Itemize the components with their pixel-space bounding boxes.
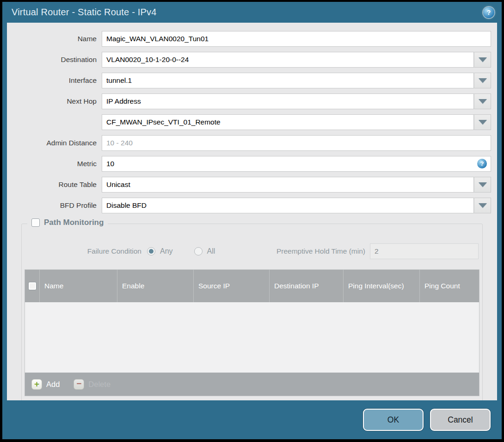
route-table-label: Route Table <box>13 181 102 189</box>
next-hop-address-dropdown-button[interactable] <box>474 114 491 130</box>
interface-row: Interface <box>13 73 491 88</box>
table-toolbar: + Add − Delete <box>25 373 479 396</box>
delete-button-label: Delete <box>88 380 111 389</box>
chevron-down-icon <box>479 78 487 83</box>
column-header-destination-ip: Destination IP <box>269 270 343 302</box>
dialog-content: Name Destination Interface <box>7 23 497 400</box>
route-table-dropdown-button[interactable] <box>474 177 491 193</box>
add-button[interactable]: + Add <box>31 379 60 390</box>
destination-label: Destination <box>13 56 102 64</box>
name-row: Name <box>13 31 491 47</box>
bfd-profile-field <box>102 198 491 213</box>
destination-input[interactable] <box>102 52 474 68</box>
column-header-ping-count: Ping Count <box>419 270 479 302</box>
next-hop-row: Next Hop <box>13 93 491 109</box>
table-body-empty <box>25 302 479 373</box>
bfd-profile-input[interactable] <box>102 198 474 213</box>
destination-dropdown-button[interactable] <box>474 52 491 68</box>
destination-row: Destination <box>13 52 491 68</box>
chevron-down-icon <box>479 99 487 104</box>
table-header-checkbox-cell <box>25 270 39 302</box>
path-monitoring-table: Name Enable Source IP Destination IP Pin… <box>25 269 479 396</box>
interface-label: Interface <box>13 76 102 85</box>
dialog-title: Virtual Router - Static Route - IPv4 <box>12 7 157 18</box>
add-button-label: Add <box>46 380 60 389</box>
metric-row: Metric ? <box>13 156 491 172</box>
chevron-down-icon <box>479 57 487 62</box>
failure-condition-label: Failure Condition <box>25 247 147 255</box>
bfd-profile-row: BFD Profile <box>13 198 491 213</box>
name-field <box>102 31 491 47</box>
delete-button[interactable]: − Delete <box>74 379 111 390</box>
cancel-button[interactable]: Cancel <box>430 409 491 431</box>
next-hop-field <box>102 93 491 109</box>
name-input[interactable] <box>102 31 491 47</box>
path-monitoring-checkbox[interactable] <box>31 218 40 227</box>
preemptive-hold-time-input[interactable] <box>370 243 479 259</box>
bfd-profile-label: BFD Profile <box>13 201 102 210</box>
path-monitoring-fieldset: Path Monitoring Failure Condition Any Al… <box>21 224 483 400</box>
screen-frame: Virtual Router - Static Route - IPv4 ? N… <box>0 0 504 442</box>
chevron-down-icon <box>479 120 487 125</box>
name-label: Name <box>13 35 102 43</box>
metric-field: ? <box>102 156 491 172</box>
dialog-titlebar: Virtual Router - Static Route - IPv4 ? <box>2 2 502 23</box>
minus-icon: − <box>74 379 84 390</box>
column-header-source-ip: Source IP <box>193 270 269 302</box>
table-header: Name Enable Source IP Destination IP Pin… <box>25 270 479 302</box>
admin-distance-input[interactable] <box>102 135 491 151</box>
select-all-checkbox[interactable] <box>28 282 37 290</box>
bfd-profile-dropdown-button[interactable] <box>474 198 491 213</box>
preemptive-hold-time-label: Preemptive Hold Time (min) <box>277 247 370 255</box>
radio-dot <box>149 249 154 254</box>
next-hop-type-input[interactable] <box>102 93 474 109</box>
column-header-name: Name <box>39 270 117 302</box>
next-hop-dropdown-button[interactable] <box>474 93 491 109</box>
interface-input[interactable] <box>102 73 474 88</box>
admin-distance-label: Admin Distance <box>13 139 102 147</box>
failure-condition-any-option: Any <box>147 247 173 255</box>
metric-input[interactable] <box>102 156 491 172</box>
plus-icon: + <box>31 379 42 390</box>
interface-field <box>102 73 491 88</box>
chevron-down-icon <box>479 182 487 187</box>
metric-help-icon[interactable]: ? <box>477 159 487 168</box>
ok-button[interactable]: OK <box>363 409 424 431</box>
admin-distance-field <box>102 135 491 151</box>
radio-any-label: Any <box>160 247 173 255</box>
admin-distance-row: Admin Distance <box>13 135 491 151</box>
path-monitoring-label: Path Monitoring <box>44 218 104 227</box>
help-icon[interactable]: ? <box>483 7 494 18</box>
radio-all-label: All <box>207 247 215 255</box>
radio-any[interactable] <box>147 247 155 255</box>
dialog-footer: OK Cancel <box>2 400 502 439</box>
next-hop-address-input[interactable] <box>102 114 474 130</box>
failure-condition-all-option: All <box>194 247 215 255</box>
chevron-down-icon <box>479 203 487 208</box>
route-table-row: Route Table <box>13 177 491 193</box>
next-hop-address-row <box>13 114 491 130</box>
interface-dropdown-button[interactable] <box>474 73 491 88</box>
destination-field <box>102 52 491 68</box>
route-table-field <box>102 177 491 193</box>
route-table-input[interactable] <box>102 177 474 193</box>
next-hop-label: Next Hop <box>13 97 102 106</box>
metric-label: Metric <box>13 160 102 168</box>
column-header-ping-interval: Ping Interval(sec) <box>343 270 419 302</box>
path-monitoring-legend: Path Monitoring <box>27 218 108 227</box>
column-header-enable: Enable <box>117 270 193 302</box>
path-monitoring-controls: Failure Condition Any All Preemptive Hol… <box>25 243 479 259</box>
next-hop-address-field <box>102 114 491 130</box>
radio-all[interactable] <box>194 247 203 255</box>
static-route-dialog: Virtual Router - Static Route - IPv4 ? N… <box>2 2 502 439</box>
